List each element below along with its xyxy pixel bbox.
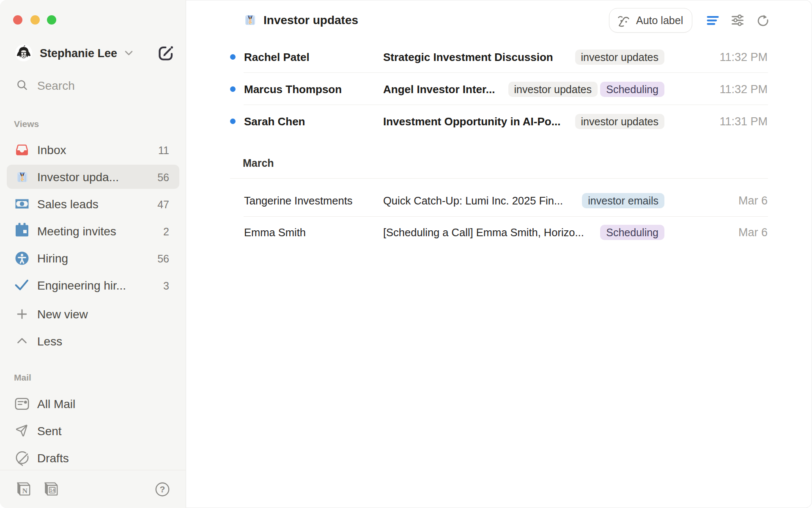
svg-text:?: ? [160, 484, 165, 494]
svg-text:14: 14 [50, 488, 55, 493]
svg-text:N: N [22, 486, 27, 495]
